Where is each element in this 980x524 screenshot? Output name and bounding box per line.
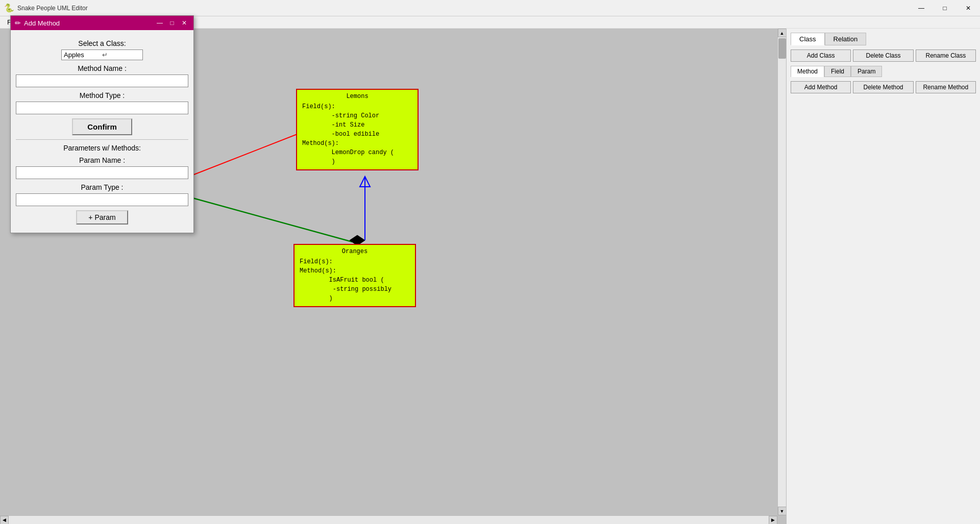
oranges-title: Oranges bbox=[300, 248, 410, 255]
rename-method-button[interactable]: Rename Method bbox=[916, 81, 976, 93]
vertical-scrollbar[interactable]: ▲ ▼ bbox=[777, 29, 786, 515]
param-name-input[interactable] bbox=[16, 166, 188, 179]
modal-titlebar: ✏ Add Method — □ ✕ bbox=[11, 16, 193, 30]
select-class-row: Apples ↵ bbox=[16, 49, 188, 60]
modal-maximize-button[interactable]: □ bbox=[167, 18, 177, 28]
modal-title: Add Method bbox=[24, 19, 155, 27]
class-select-wrapper[interactable]: Apples ↵ bbox=[61, 49, 143, 60]
tab-class[interactable]: Class bbox=[791, 33, 825, 45]
modal-controls: — □ ✕ bbox=[155, 18, 189, 28]
lemons-content: Field(s): -string Color -int Size -bool … bbox=[302, 102, 412, 166]
modal-minimize-button[interactable]: — bbox=[155, 18, 165, 28]
sub-tab-method[interactable]: Method bbox=[791, 66, 824, 77]
modal-icon: ✏ bbox=[15, 19, 21, 27]
modal-close-button[interactable]: ✕ bbox=[179, 18, 189, 28]
class-btn-row: Add Class Delete Class Rename Class bbox=[791, 49, 976, 62]
param-type-label: Param Type : bbox=[16, 183, 188, 191]
app-icon: 🐍 bbox=[4, 3, 14, 13]
horizontal-scrollbar[interactable]: ◀ ▶ bbox=[0, 515, 777, 524]
scroll-track-v[interactable] bbox=[778, 37, 786, 507]
window-controls: — □ ✕ bbox=[910, 0, 980, 16]
confirm-button[interactable]: Confirm bbox=[72, 118, 132, 135]
delete-class-button[interactable]: Delete Class bbox=[853, 49, 913, 62]
add-method-modal: ✏ Add Method — □ ✕ Select a Class: Apple… bbox=[10, 15, 194, 233]
add-param-button[interactable]: + Param bbox=[76, 210, 128, 224]
param-type-input[interactable] bbox=[16, 193, 188, 206]
sub-tab-field[interactable]: Field bbox=[824, 66, 851, 77]
app-title: Snake People UML Editor bbox=[17, 5, 976, 12]
svg-marker-5 bbox=[360, 177, 370, 187]
section-divider bbox=[16, 139, 188, 140]
maximize-button[interactable]: □ bbox=[933, 0, 957, 16]
sub-tab-param[interactable]: Param bbox=[851, 66, 882, 77]
params-label: Parameters w/ Methods: bbox=[16, 144, 188, 152]
param-name-label: Param Name : bbox=[16, 156, 188, 164]
method-btn-row: Add Method Delete Method Rename Method bbox=[791, 81, 976, 93]
method-type-input[interactable] bbox=[16, 102, 188, 114]
scroll-right-button[interactable]: ▶ bbox=[769, 516, 777, 525]
method-name-input[interactable] bbox=[16, 74, 188, 87]
delete-method-button[interactable]: Delete Method bbox=[853, 81, 913, 93]
modal-body: Select a Class: Apples ↵ Method Name : M… bbox=[11, 30, 193, 233]
minimize-button[interactable]: — bbox=[910, 0, 933, 16]
scroll-up-button[interactable]: ▲ bbox=[778, 29, 787, 37]
scroll-down-button[interactable]: ▼ bbox=[778, 507, 787, 515]
rename-class-button[interactable]: Rename Class bbox=[916, 49, 976, 62]
scroll-thumb-v[interactable] bbox=[778, 38, 786, 59]
main-layout: Apples Field(s): - FieldOne Method(s): M… bbox=[0, 29, 980, 524]
right-panel: Class Relation Add Class Delete Class Re… bbox=[786, 29, 980, 524]
oranges-content: Field(s): Method(s): IsAFruit bool ( -st… bbox=[300, 257, 410, 303]
add-method-button[interactable]: Add Method bbox=[791, 81, 851, 93]
svg-line-2 bbox=[189, 197, 352, 242]
scroll-left-button[interactable]: ◀ bbox=[0, 516, 9, 525]
main-tab-row: Class Relation bbox=[791, 33, 976, 45]
add-class-button[interactable]: Add Class bbox=[791, 49, 851, 62]
select-arrow-icon: ↵ bbox=[102, 51, 140, 59]
svg-line-0 bbox=[189, 131, 306, 177]
tab-relation[interactable]: Relation bbox=[825, 33, 867, 45]
method-type-label: Method Type : bbox=[16, 91, 188, 99]
select-class-label: Select a Class: bbox=[16, 39, 188, 47]
oranges-node[interactable]: Oranges Field(s): Method(s): IsAFruit bo… bbox=[293, 244, 416, 307]
selected-class-value: Apples bbox=[64, 51, 102, 59]
titlebar: 🐍 Snake People UML Editor — □ ✕ bbox=[0, 0, 980, 16]
close-button[interactable]: ✕ bbox=[957, 0, 980, 16]
method-name-label: Method Name : bbox=[16, 64, 188, 72]
lemons-node[interactable]: Lemons Field(s): -string Color -int Size… bbox=[296, 89, 419, 170]
lemons-title: Lemons bbox=[302, 93, 412, 100]
scroll-track-h[interactable] bbox=[9, 516, 769, 524]
sub-tab-row: Method Field Param bbox=[791, 66, 976, 77]
